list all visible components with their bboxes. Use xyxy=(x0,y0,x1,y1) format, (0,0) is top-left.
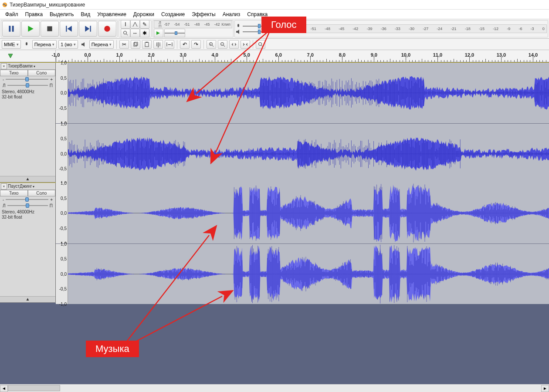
paste-button[interactable] xyxy=(142,40,152,49)
svg-point-9 xyxy=(104,26,110,32)
selection-tool[interactable]: I xyxy=(121,20,130,29)
play-meter-scale[interactable]: -57-54-51-48-45-42-39-36-33-30-27-24-21-… xyxy=(280,24,547,33)
mic-vol-icon xyxy=(236,24,241,29)
svg-text:+: + xyxy=(210,43,212,45)
record-button[interactable] xyxy=(98,21,116,37)
play-at-speed-button[interactable] xyxy=(154,29,163,37)
track-2-pan-slider[interactable]: ЛП xyxy=(0,203,55,209)
svg-rect-4 xyxy=(47,26,52,31)
track-2-solo-button[interactable]: Соло xyxy=(28,190,56,196)
svg-marker-31 xyxy=(8,54,13,58)
svg-rect-14 xyxy=(237,24,239,27)
host-select[interactable]: MME xyxy=(2,40,21,49)
svg-line-25 xyxy=(212,45,214,47)
trim-button[interactable]: ⁞|⁞ xyxy=(153,40,163,49)
zoom-in-button[interactable]: + xyxy=(207,40,216,49)
play-meter-toolbar: ЛП -57-54-51-48-45-42-39-36-33-30-27-24-… xyxy=(267,20,548,37)
svg-rect-20 xyxy=(135,42,138,45)
track-2-close-button[interactable]: × xyxy=(1,183,7,189)
menu-tracks[interactable]: Дорожки xyxy=(130,10,158,18)
stop-button[interactable] xyxy=(41,21,59,37)
svg-marker-15 xyxy=(236,30,239,34)
svg-rect-8 xyxy=(90,26,91,32)
track-1-info: Stereo, 48000Hz32-bit float xyxy=(0,88,55,101)
toolbar-row-2: MME Перена 1 (мо Перена ✂ ⁞|⁞ ⁞‒⁞ ↶ ↷ + … xyxy=(0,39,549,50)
timeline-ruler[interactable]: -1,00,01,02,03,04,05,06,07,08,09,010,011… xyxy=(56,50,549,62)
menu-file[interactable]: Файл xyxy=(2,10,22,18)
track-2-mute-button[interactable]: Тихо xyxy=(0,190,28,196)
track-2-waveform[interactable]: 1,00,50,0-0,5-1,0 1,00,50,0-0,5-1,0 xyxy=(56,183,549,302)
horizontal-scrollbar[interactable]: ◄ ► xyxy=(0,384,549,392)
track-2-name-dropdown[interactable]: ПаустДжинг xyxy=(8,184,55,189)
svg-text:−: − xyxy=(221,43,223,45)
svg-rect-19 xyxy=(134,43,137,46)
zoom-tool[interactable] xyxy=(121,29,130,37)
track-2-gain-slider[interactable]: -+ xyxy=(0,196,55,203)
envelope-tool[interactable] xyxy=(130,20,140,29)
menu-effects[interactable]: Эффекты xyxy=(188,10,219,18)
meter-clip: Клип xyxy=(222,22,230,27)
menu-edit[interactable]: Правка xyxy=(22,10,47,18)
skip-start-button[interactable] xyxy=(60,21,78,37)
pause-button[interactable] xyxy=(2,21,20,37)
svg-rect-21 xyxy=(145,42,149,47)
svg-marker-7 xyxy=(85,26,89,32)
input-device-select[interactable]: Перена xyxy=(32,40,57,49)
svg-marker-18 xyxy=(81,42,85,47)
track-2-info: Stereo, 48000Hz32-bit float xyxy=(0,209,55,221)
scroll-thumb[interactable] xyxy=(8,385,60,391)
track-1-pan-slider[interactable]: ЛП xyxy=(0,82,55,88)
menu-analyze[interactable]: Анализ xyxy=(219,10,244,18)
window-title: ТизерВампиры_микширование xyxy=(10,2,85,8)
track-1-collapse-button[interactable]: ▲ xyxy=(0,176,55,182)
play-button[interactable] xyxy=(21,21,40,37)
track-2: × ПаустДжинг Тихо Соло -+ ЛП Stereo, 480… xyxy=(0,182,549,303)
output-device-select[interactable]: Перена xyxy=(89,40,114,49)
track-1-header: × ТизерВампи Тихо Соло -+ ЛП Stereo, 480… xyxy=(0,63,56,182)
track-1-mute-button[interactable]: Тихо xyxy=(0,70,28,76)
menu-view[interactable]: Вид xyxy=(77,10,94,18)
cut-button[interactable]: ✂ xyxy=(119,40,129,49)
svg-rect-1 xyxy=(9,26,10,32)
track-1-close-button[interactable]: × xyxy=(1,63,7,69)
scroll-right-button[interactable]: ► xyxy=(541,385,549,392)
skip-end-button[interactable] xyxy=(79,21,97,37)
zoom-out-button[interactable]: − xyxy=(218,40,227,49)
annotation-voice: Голос xyxy=(261,17,306,33)
ruler-pin[interactable] xyxy=(0,50,56,62)
silence-button[interactable]: ⁞‒⁞ xyxy=(165,40,174,49)
svg-line-30 xyxy=(261,45,263,47)
track-1-solo-button[interactable]: Соло xyxy=(28,70,56,76)
timeshift-tool[interactable]: ↔ xyxy=(130,29,140,37)
zoom-toggle-button[interactable] xyxy=(256,40,265,49)
app-icon xyxy=(2,2,8,8)
menu-select[interactable]: Выделить xyxy=(46,10,77,18)
svg-rect-22 xyxy=(146,42,148,43)
svg-marker-3 xyxy=(28,26,33,32)
playback-speed-slider[interactable] xyxy=(164,29,185,37)
track-1-gain-slider[interactable]: -+ xyxy=(0,76,55,82)
track-2-header: × ПаустДжинг Тихо Соло -+ ЛП Stereo, 480… xyxy=(0,183,56,302)
track-2-collapse-button[interactable]: ▲ xyxy=(0,296,55,302)
transport-toolbar xyxy=(1,20,118,37)
redo-button[interactable]: ↷ xyxy=(191,40,201,49)
tracks-area: × ТизерВампи Тихо Соло -+ ЛП Stereo, 480… xyxy=(0,62,549,303)
fit-project-button[interactable] xyxy=(241,40,250,49)
mic-device-icon xyxy=(23,41,30,48)
svg-line-28 xyxy=(224,45,225,47)
svg-rect-5 xyxy=(66,26,67,32)
menu-generate[interactable]: Создание xyxy=(158,10,188,18)
scroll-left-button[interactable]: ◄ xyxy=(0,385,8,392)
svg-point-29 xyxy=(259,42,262,45)
draw-tool[interactable]: ✎ xyxy=(140,20,149,29)
fit-selection-button[interactable] xyxy=(229,40,239,49)
track-1-name-dropdown[interactable]: ТизерВампи xyxy=(8,64,55,68)
track-1-waveform[interactable]: 1,00,50,0-0,5-1,0 1,00,50,0-0,5-1,0 xyxy=(56,63,549,182)
input-channels-select[interactable]: 1 (мо xyxy=(58,40,78,49)
rec-meter-scale[interactable]: -57-54-51-48-45-42 xyxy=(164,22,220,27)
undo-button[interactable]: ↶ xyxy=(180,40,190,49)
svg-rect-2 xyxy=(12,26,14,32)
menu-transport[interactable]: Управление xyxy=(94,10,130,18)
copy-button[interactable] xyxy=(131,40,140,49)
multi-tool[interactable]: ✱ xyxy=(140,29,149,37)
